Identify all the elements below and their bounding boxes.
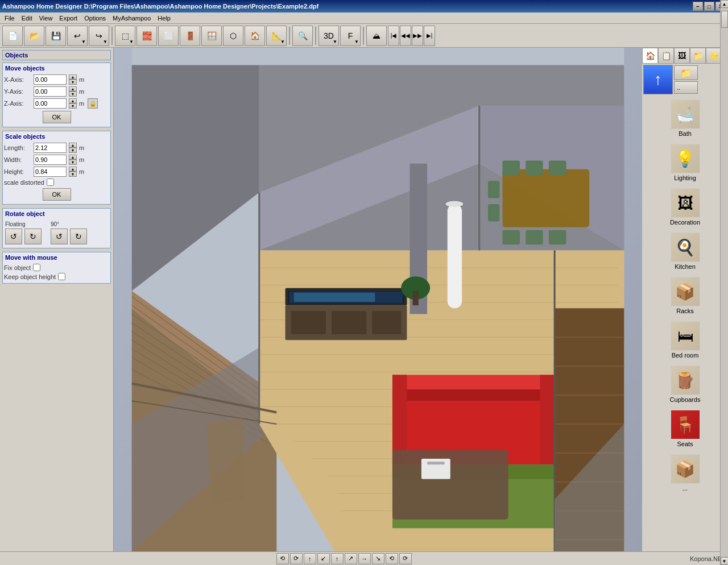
toolbar-door[interactable]: 🚪 [180,26,200,46]
toolbar-new[interactable]: 📄 [2,26,23,46]
category-lighting[interactable]: 💡 Lighting [643,141,727,184]
x-axis-down[interactable]: ▼ [69,80,77,85]
scale-distorted-checkbox[interactable] [47,178,54,186]
nav-redo[interactable]: ⟳ [290,553,303,564]
maximize-button[interactable]: □ [704,2,714,11]
toolbar-undo[interactable]: ↩▼ [67,26,88,46]
category-up-button[interactable]: ↑ [643,65,673,94]
toolbar-select[interactable]: ⬚▼ [115,26,135,46]
scroll-thumb[interactable] [721,11,728,28]
fix-object-checkbox[interactable] [33,264,40,271]
minimize-button[interactable]: − [693,2,703,11]
x-axis-input[interactable] [34,74,67,85]
more-label: ... [682,485,688,492]
length-down[interactable]: ▼ [69,148,77,153]
tab-folder[interactable]: 📁 [690,48,706,64]
toolbar-redo[interactable]: ↪▼ [89,26,109,46]
racks-label: Racks [676,308,694,314]
menu-edit[interactable]: Edit [18,14,36,22]
toolbar-stairs[interactable]: ⬡ [223,26,243,46]
nav-up[interactable]: ↑ [304,553,316,564]
viewport-3d[interactable] [114,48,642,551]
y-axis-down[interactable]: ▼ [69,92,77,97]
tab-star[interactable]: ⭐ [706,48,722,64]
length-input[interactable] [34,143,67,153]
toolbar-open[interactable]: 📂 [24,26,44,46]
move-ok-button[interactable]: OK [43,111,71,123]
width-input[interactable] [34,155,67,165]
length-up[interactable]: ▲ [69,143,77,148]
toolbar-nav4[interactable]: ▶| [424,26,435,46]
z-axis-up[interactable]: ▲ [69,98,77,103]
toolbar-nav1[interactable]: |◀ [388,26,399,46]
z-axis-input[interactable] [34,98,67,109]
y-axis-spinner: ▲ ▼ [69,86,77,97]
toolbar-nav3[interactable]: ▶▶ [412,26,423,46]
svg-rect-57 [413,291,419,305]
keep-height-checkbox[interactable] [58,273,65,280]
height-input[interactable] [34,167,67,177]
nav-down-right[interactable]: ↘ [372,553,384,564]
tab-gallery[interactable]: 🖼 [674,48,690,64]
toolbar-nav2[interactable]: ◀◀ [400,26,411,46]
toolbar-3d[interactable]: 3D▼ [318,26,339,46]
y-axis-input[interactable] [34,86,67,97]
nav-center-up[interactable]: ↑ [331,553,344,564]
nav-up-right[interactable]: ↗ [345,553,357,564]
height-down[interactable]: ▼ [69,172,77,177]
scale-ok-button[interactable]: OK [43,188,71,201]
menu-myashampoo[interactable]: MyAshampoo [109,14,154,22]
category-seats[interactable]: 🪑 Seats [643,407,727,450]
nav-rotate-left[interactable]: ⟲ [386,553,398,564]
category-racks[interactable]: 📦 Racks [643,274,727,317]
category-decoration[interactable]: 🖼 Decoration [643,185,727,229]
left-panel: Objects Move objects X-Axis: ▲ ▼ m Y-Axi… [0,48,114,551]
nav-down-left[interactable]: ↙ [317,553,330,564]
nav-rotate-right[interactable]: ⟳ [399,553,412,564]
move-objects-title: Move objects [4,64,109,72]
category-more[interactable]: 📦 ... [643,451,727,495]
category-bath[interactable]: 🛁 Bath [643,97,727,140]
menu-help[interactable]: Help [154,14,174,22]
decoration-icon: 🖼 [671,188,700,218]
y-axis-up[interactable]: ▲ [69,86,77,92]
toolbar-search[interactable]: 🔍 [292,26,313,46]
scroll-track[interactable] [721,8,729,557]
rotate-ccw-90[interactable]: ↺ [51,229,68,244]
toolbar-save[interactable]: 💾 [46,26,66,46]
tab-list[interactable]: 📋 [658,48,674,64]
scroll-up-arrow[interactable]: ▲ [721,0,729,8]
rotate-cw-float[interactable]: ↻ [24,229,42,244]
toolbar-roof[interactable]: 🏠 [245,26,265,46]
category-bedroom[interactable]: 🛏 Bed room [643,318,727,362]
width-label: Width: [4,156,31,163]
width-down[interactable]: ▼ [69,160,77,165]
tab-home[interactable]: 🏠 [642,48,658,64]
category-folder-button[interactable]: 📁 [674,65,698,80]
scroll-down-arrow[interactable]: ▼ [721,557,729,565]
menu-file[interactable]: File [1,14,18,22]
z-axis-lock[interactable]: 🔒 [88,98,98,109]
width-up[interactable]: ▲ [69,155,77,160]
z-axis-down[interactable]: ▼ [69,103,77,109]
rotate-ccw-float[interactable]: ↺ [5,229,22,244]
nav-undo[interactable]: ⟲ [276,553,289,564]
category-kitchen[interactable]: 🍳 Kitchen [643,230,727,273]
rotate-cw-90[interactable]: ↻ [70,229,87,244]
nav-right[interactable]: → [358,553,371,564]
category-cupboards[interactable]: 🪵 Cupboards [643,363,727,406]
toolbar-sep-3 [315,27,316,45]
menu-view[interactable]: View [36,14,56,22]
toolbar-window[interactable]: 🪟 [201,26,222,46]
right-panel-scrollbar[interactable]: ▲ ▼ [720,0,728,565]
x-axis-up[interactable]: ▲ [69,74,77,80]
height-up[interactable]: ▲ [69,167,77,172]
toolbar-measure[interactable]: 📐▼ [266,26,287,46]
menu-options[interactable]: Options [81,14,109,22]
menu-export[interactable]: Export [56,14,81,22]
toolbar-terrain[interactable]: ⛰ [366,26,387,46]
toolbar-floor[interactable]: F▼ [340,26,361,46]
y-axis-row: Y-Axis: ▲ ▼ m [4,86,109,97]
toolbar-room[interactable]: ⬜ [158,26,179,46]
toolbar-wall[interactable]: 🧱 [136,26,157,46]
